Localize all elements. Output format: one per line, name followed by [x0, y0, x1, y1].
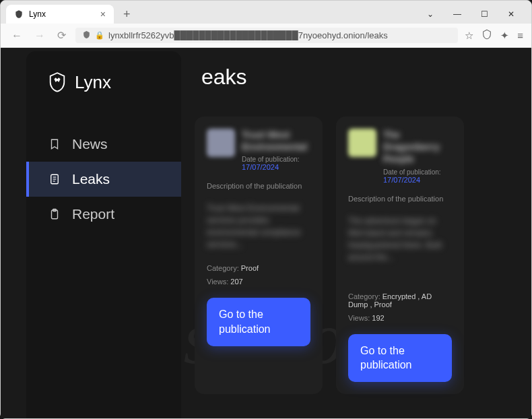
publication-date: 17/07/2024 [383, 176, 452, 184]
publication-date-label: Date of publication: [242, 156, 310, 163]
views-value: 192 [372, 314, 384, 322]
category-row: Category: Encrypted , AD Dump , Proof [348, 292, 452, 309]
go-to-publication-button[interactable]: Go to the publication [348, 334, 452, 382]
security-badge-icon[interactable] [481, 29, 492, 42]
leak-card: Trust West Environmental Date of publica… [195, 117, 323, 394]
tab-favicon-icon [14, 9, 24, 19]
reload-button[interactable]: ⟳ [55, 28, 69, 43]
sidebar-item-label: News [72, 136, 108, 152]
brand: Lynx [26, 71, 181, 127]
star-icon[interactable]: ☆ [465, 30, 473, 42]
clipboard-icon [48, 207, 61, 221]
forward-button[interactable]: → [32, 28, 48, 43]
card-title-redacted: The Dragonberry People [383, 129, 452, 166]
close-window-button[interactable]: ✕ [503, 6, 519, 22]
category-label: Category: [207, 264, 239, 272]
shield-icon [82, 30, 91, 40]
description-label: Description of the publication [348, 195, 452, 203]
description-label: Description of the publication [207, 182, 310, 190]
bookmark-icon [48, 137, 61, 151]
new-tab-button[interactable]: + [119, 6, 135, 23]
chevron-down-icon[interactable]: ⌄ [422, 6, 438, 22]
publication-date: 17/07/2024 [242, 163, 310, 171]
sidebar: Lynx News Leaks [26, 51, 181, 418]
sidebar-item-label: Leaks [72, 171, 110, 187]
views-value: 207 [230, 278, 242, 286]
lynx-logo-icon [48, 71, 67, 93]
tab-title: Lynx [29, 9, 46, 19]
browser-tab-bar: Lynx × + ⌄ — ☐ ✕ [1, 1, 531, 24]
publication-date-label: Date of publication: [383, 168, 452, 176]
views-label: Views: [348, 314, 370, 322]
sidebar-item-label: Report [72, 206, 114, 222]
minimize-button[interactable]: — [449, 6, 465, 22]
sidebar-item-report[interactable]: Report [26, 197, 181, 232]
page-title: eaks [201, 65, 518, 90]
go-to-publication-button[interactable]: Go to the publication [207, 298, 310, 346]
browser-toolbar: ← → ⟳ 🔒 lynxbllrfr5262yvb███████████████… [1, 24, 531, 48]
document-icon [48, 172, 61, 186]
views-label: Views: [207, 278, 228, 286]
menu-icon[interactable]: ≡ [517, 30, 523, 41]
sparkle-icon[interactable]: ✦ [500, 30, 509, 42]
card-thumbnail [207, 129, 235, 157]
brand-name: Lynx [75, 72, 111, 93]
category-value: Proof [241, 264, 259, 272]
description-redacted: The adventure began on Mid-Island and re… [348, 215, 452, 279]
url-bar[interactable]: 🔒 lynxbllrfr5262yvb████████████████████7… [75, 28, 458, 43]
card-thumbnail [348, 129, 376, 157]
category-row: Category: Proof [207, 264, 310, 272]
browser-tab-active[interactable]: Lynx × [6, 5, 114, 24]
description-redacted: Trust West Environmental services provid… [207, 202, 310, 251]
lock-icon: 🔒 [95, 31, 104, 40]
back-button[interactable]: ← [9, 28, 25, 43]
main-content: eaks Trust West Environmental Date of pu… [181, 48, 531, 418]
url-text: lynxbllrfr5262yvb████████████████████7ny… [108, 30, 451, 40]
close-tab-icon[interactable]: × [100, 9, 106, 20]
views-row: Views: 192 [348, 314, 452, 322]
category-label: Category: [348, 292, 380, 300]
sidebar-item-leaks[interactable]: Leaks [26, 162, 181, 197]
card-title-redacted: Trust West Environmental [242, 129, 310, 153]
views-row: Views: 207 [207, 278, 310, 286]
maximize-button[interactable]: ☐ [476, 6, 492, 22]
leak-card: The Dragonberry People Date of publicati… [336, 117, 464, 394]
sidebar-item-news[interactable]: News [26, 127, 181, 162]
